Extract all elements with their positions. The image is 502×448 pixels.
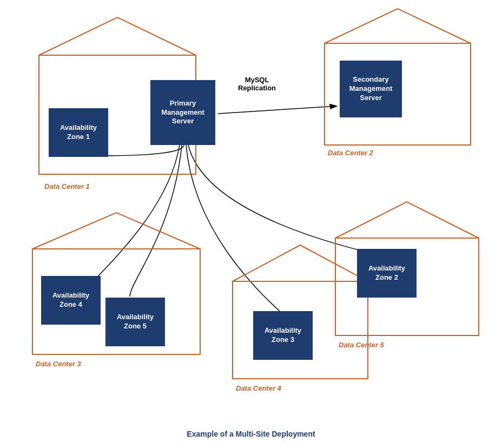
dc4-label: Data Center 4 [236,384,281,392]
diagram-caption: Example of a Multi-Site Deployment [143,430,359,438]
dc2-label: Data Center 2 [328,149,373,157]
diagram-container: Data Center 1 Data Center 2 Data Center … [0,0,502,448]
availability-zone-2: Availability Zone 2 [357,249,417,298]
availability-zone-5: Availability Zone 5 [105,298,165,346]
availability-zone-1: Availability Zone 1 [49,108,108,157]
availability-zone-4: Availability Zone 4 [41,276,101,325]
availability-zone-3: Availability Zone 3 [253,311,313,360]
dc1-label: Data Center 1 [44,182,90,190]
dc5-label: Data Center 5 [339,341,384,349]
dc3-label: Data Center 3 [36,360,81,368]
primary-management-server: Primary Management Server [150,80,215,145]
secondary-management-server: Secondary Management Server [340,61,402,117]
replication-label: MySQLReplication [238,76,276,92]
